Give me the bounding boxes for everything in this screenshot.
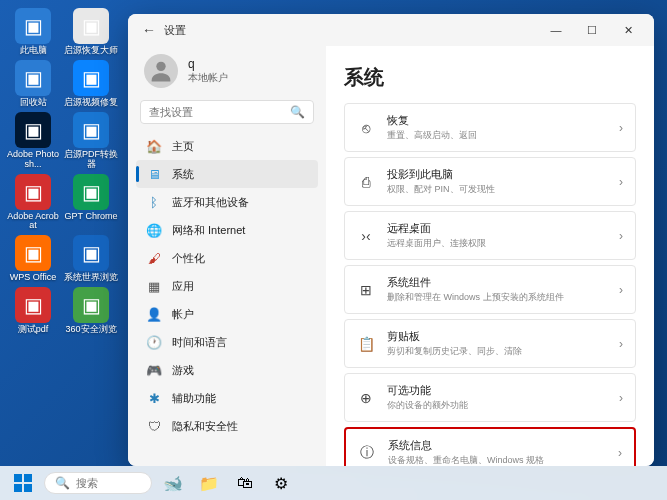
nav-icon: ᛒ — [146, 194, 162, 210]
nav-icon: 🏠 — [146, 138, 162, 154]
desktop-icon[interactable]: ▣回收站 — [5, 60, 61, 108]
nav-item[interactable]: ᛒ蓝牙和其他设备 — [136, 188, 318, 216]
card-title: 可选功能 — [387, 383, 607, 398]
desktop-icon[interactable]: ▣此电脑 — [5, 8, 61, 56]
nav-label: 帐户 — [172, 307, 194, 322]
nav-icon: 👤 — [146, 306, 162, 322]
settings-card[interactable]: ⊕可选功能你的设备的额外功能› — [344, 373, 636, 422]
content-panel: 系统 ⎋恢复重置、高级启动、返回›⎙投影到此电脑权限、配对 PIN、可发现性››… — [326, 46, 654, 466]
search-box[interactable]: 🔍 — [140, 100, 314, 124]
nav-item[interactable]: ▦应用 — [136, 272, 318, 300]
card-subtitle: 权限、配对 PIN、可发现性 — [387, 183, 607, 196]
card-title: 远程桌面 — [387, 221, 607, 236]
desktop-icon[interactable]: ▣测试pdf — [5, 287, 61, 335]
card-icon: 📋 — [357, 335, 375, 353]
card-icon: ⓘ — [358, 444, 376, 462]
nav-label: 应用 — [172, 279, 194, 294]
app-label: Adobe Photosh... — [5, 150, 61, 170]
nav-item[interactable]: 🕐时间和语言 — [136, 328, 318, 356]
search-icon: 🔍 — [290, 105, 305, 119]
nav-label: 蓝牙和其他设备 — [172, 195, 249, 210]
nav-icon: 🕐 — [146, 334, 162, 350]
back-button[interactable]: ← — [136, 17, 162, 43]
desktop-icon[interactable]: ▣启源恢复大师 — [63, 8, 119, 56]
settings-card[interactable]: ⎋恢复重置、高级启动、返回› — [344, 103, 636, 152]
app-icon: ▣ — [15, 112, 51, 148]
nav-item[interactable]: ✱辅助功能 — [136, 384, 318, 412]
app-icon: ▣ — [15, 235, 51, 271]
taskbar-app-3[interactable]: 🛍 — [230, 469, 260, 497]
left-panel: q 本地帐户 🔍 🏠主页🖥系统ᛒ蓝牙和其他设备🌐网络和 Internet🖌个性化… — [128, 46, 326, 466]
nav-item[interactable]: 🏠主页 — [136, 132, 318, 160]
taskbar-search-input[interactable] — [76, 477, 141, 489]
profile-account-type: 本地帐户 — [188, 71, 228, 85]
app-icon: ▣ — [15, 60, 51, 96]
nav-label: 隐私和安全性 — [172, 419, 238, 434]
avatar-icon — [144, 54, 178, 88]
card-icon: ›‹ — [357, 227, 375, 245]
maximize-button[interactable]: ☐ — [574, 16, 610, 44]
card-subtitle: 远程桌面用户、连接权限 — [387, 237, 607, 250]
settings-card[interactable]: 📋剪贴板剪切和复制历史记录、同步、清除› — [344, 319, 636, 368]
nav-item[interactable]: 🎮游戏 — [136, 356, 318, 384]
settings-window: ← 设置 — ☐ ✕ q 本地帐户 🔍 🏠主页🖥系统ᛒ蓝牙和其他设备🌐 — [128, 14, 654, 466]
app-icon: ▣ — [73, 8, 109, 44]
card-icon: ⎙ — [357, 173, 375, 191]
desktop-icon[interactable]: ▣启源视频修复 — [63, 60, 119, 108]
search-input[interactable] — [149, 106, 290, 118]
desktop-icon[interactable]: ▣360安全浏览 — [63, 287, 119, 335]
start-button[interactable] — [8, 469, 38, 497]
taskbar-app-2[interactable]: 📁 — [194, 469, 224, 497]
nav-item[interactable]: 🖥系统 — [136, 160, 318, 188]
minimize-button[interactable]: — — [538, 16, 574, 44]
taskbar-app-1[interactable]: 🐋 — [158, 469, 188, 497]
desktop-icon[interactable]: ▣Adobe Acrobat — [5, 174, 61, 232]
app-label: 启源恢复大师 — [64, 46, 118, 56]
taskbar-search[interactable]: 🔍 — [44, 472, 152, 494]
app-label: 启源视频修复 — [64, 98, 118, 108]
nav-label: 主页 — [172, 139, 194, 154]
chevron-right-icon: › — [618, 446, 622, 460]
app-label: GPT Chrome — [65, 212, 118, 222]
nav-item[interactable]: 🌐网络和 Internet — [136, 216, 318, 244]
desktop-icon[interactable]: ▣GPT Chrome — [63, 174, 119, 232]
svg-point-0 — [156, 62, 165, 71]
app-label: 系统世界浏览 — [64, 273, 118, 283]
profile-block[interactable]: q 本地帐户 — [136, 50, 318, 98]
nav-icon: 🖥 — [146, 166, 162, 182]
settings-card[interactable]: ⊞系统组件删除和管理在 Windows 上预安装的系统组件› — [344, 265, 636, 314]
desktop-icon[interactable]: ▣启源PDF转换器 — [63, 112, 119, 170]
card-title: 投影到此电脑 — [387, 167, 607, 182]
app-icon: ▣ — [73, 287, 109, 323]
nav-label: 辅助功能 — [172, 391, 216, 406]
card-title: 系统信息 — [388, 438, 606, 453]
close-button[interactable]: ✕ — [610, 16, 646, 44]
card-subtitle: 设备规格、重命名电脑、Windows 规格 — [388, 454, 606, 466]
nav-icon: ✱ — [146, 390, 162, 406]
taskbar-settings-icon[interactable]: ⚙ — [266, 469, 296, 497]
nav-list: 🏠主页🖥系统ᛒ蓝牙和其他设备🌐网络和 Internet🖌个性化▦应用👤帐户🕐时间… — [136, 132, 318, 458]
desktop-icon[interactable]: ▣WPS Office — [5, 235, 61, 283]
nav-label: 系统 — [172, 167, 194, 182]
nav-item[interactable]: 🛡隐私和安全性 — [136, 412, 318, 440]
app-label: Adobe Acrobat — [5, 212, 61, 232]
app-label: 启源PDF转换器 — [63, 150, 119, 170]
desktop-icon[interactable]: ▣系统世界浏览 — [63, 235, 119, 283]
desktop-icon[interactable]: ▣Adobe Photosh... — [5, 112, 61, 170]
settings-card[interactable]: ⎙投影到此电脑权限、配对 PIN、可发现性› — [344, 157, 636, 206]
nav-icon: ▦ — [146, 278, 162, 294]
svg-rect-4 — [24, 484, 32, 492]
app-icon: ▣ — [73, 112, 109, 148]
app-icon: ▣ — [73, 60, 109, 96]
settings-card[interactable]: ⓘ系统信息设备规格、重命名电脑、Windows 规格› — [344, 427, 636, 466]
nav-item[interactable]: 👤帐户 — [136, 300, 318, 328]
nav-label: 网络和 Internet — [172, 223, 245, 238]
nav-item[interactable]: 🖌个性化 — [136, 244, 318, 272]
desktop: ▣此电脑▣启源恢复大师▣回收站▣启源视频修复▣Adobe Photosh...▣… — [0, 0, 130, 343]
card-subtitle: 剪切和复制历史记录、同步、清除 — [387, 345, 607, 358]
settings-card[interactable]: ›‹远程桌面远程桌面用户、连接权限› — [344, 211, 636, 260]
svg-rect-2 — [24, 474, 32, 482]
app-label: 此电脑 — [20, 46, 47, 56]
card-subtitle: 你的设备的额外功能 — [387, 399, 607, 412]
card-subtitle: 重置、高级启动、返回 — [387, 129, 607, 142]
